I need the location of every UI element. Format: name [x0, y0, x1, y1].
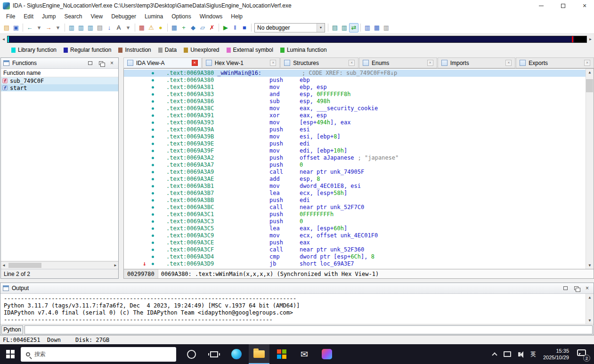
disassembly-line[interactable]: .text:0069A39Fmovedi, [ebp+10h] [124, 147, 594, 154]
tray-expand-icon[interactable] [492, 352, 497, 357]
tab-close-icon[interactable]: × [427, 60, 433, 66]
navband-left-icon[interactable]: ◄ [1, 37, 6, 41]
scrollbar-thumb[interactable] [586, 79, 593, 92]
output-panel-titlebar[interactable]: Output × [0, 283, 594, 294]
function-row[interactable]: fsub_749C0F [1, 77, 118, 84]
disassembly-line[interactable]: .text:0069A380pushebp [124, 77, 594, 84]
scroll-up-icon[interactable]: ▲ [589, 295, 591, 299]
menu-lumina[interactable]: Lumina [140, 12, 167, 21]
notification-center-icon[interactable]: 2 [576, 348, 588, 360]
disassembly-line[interactable]: .text:0069A3A2pushoffset aJapanese; "jap… [124, 154, 594, 162]
taskbar-search[interactable]: 搜索 [21, 347, 176, 362]
menu-debugger[interactable]: Debugger [107, 12, 140, 21]
calculator-icon[interactable]: ▤ [95, 23, 105, 32]
back-arrow-icon[interactable]: ← [25, 23, 34, 32]
function-row[interactable]: fstart [1, 84, 118, 91]
disassembly-line[interactable]: .text:0069A3CEpusheax [124, 239, 594, 246]
functions-column-header[interactable]: Function name [1, 69, 118, 77]
tab-exports[interactable]: Exports× [516, 57, 594, 68]
disassembly-line[interactable]: .text:0069A3C1push0FFFFFFFFh [124, 211, 594, 218]
cancel-icon[interactable]: ✗ [207, 23, 217, 32]
search-text-icon[interactable]: ▥ [86, 23, 95, 32]
maximize-button[interactable] [553, 0, 572, 11]
disassembly-view[interactable]: .text:0069A380_wWinMain@16:; CODE XREF: … [123, 68, 594, 269]
cortana-icon[interactable] [181, 344, 202, 364]
panel-close-icon[interactable]: × [108, 60, 116, 67]
menu-edit[interactable]: Edit [19, 12, 38, 21]
start-button[interactable] [0, 344, 21, 364]
search-code-icon[interactable]: ▥ [67, 23, 76, 32]
tab-structures[interactable]: Structures× [280, 57, 358, 68]
search-data-icon[interactable]: ▥ [76, 23, 86, 32]
output-log[interactable]: ----------------------------------------… [0, 294, 594, 324]
disassembly-line[interactable]: .text:0069A391xoreax, esp [124, 112, 594, 119]
tab-close-icon[interactable]: × [505, 60, 512, 66]
scroll-down-icon[interactable]: ▼ [589, 318, 591, 323]
disassembly-line[interactable]: .text:0069A380_wWinMain@16:; CODE XREF: … [124, 70, 594, 77]
panel-close-icon[interactable]: × [583, 285, 591, 292]
forward-history-icon[interactable]: ▾ [53, 23, 63, 32]
continue-process-icon[interactable]: ▶ [221, 23, 230, 32]
navband-right-icon[interactable]: ► [588, 37, 593, 41]
stop-process-icon[interactable]: ■ [240, 23, 249, 32]
output-vertical-scrollbar[interactable]: ▲ ▼ [586, 294, 594, 324]
pause-process-icon[interactable]: ‖ [230, 23, 240, 32]
tab-close-icon[interactable]: × [584, 60, 590, 66]
chevron-down-icon[interactable]: ▾ [317, 24, 325, 32]
minimize-button[interactable] [532, 0, 551, 11]
menu-search[interactable]: Search [60, 12, 86, 21]
file-explorer-icon[interactable] [249, 344, 269, 364]
display-icon[interactable] [504, 351, 511, 357]
task-view-icon[interactable] [203, 344, 224, 364]
disassembly-line[interactable]: .text:0069A381movebp, esp [124, 84, 594, 91]
close-button[interactable]: × [575, 0, 594, 11]
disassembly-line[interactable]: .text:0069A3C5leaeax, [esp+60h] [124, 225, 594, 232]
breakpoint-icon[interactable]: ● [156, 23, 165, 32]
segments-icon[interactable]: ▥ [363, 23, 372, 32]
disassembly-line[interactable]: .text:0069A3CFcallnear ptr unk_52F360 [124, 246, 594, 253]
jump-address-icon[interactable]: ↓ [105, 23, 114, 32]
open-file-icon[interactable]: ▤ [2, 23, 11, 32]
disassembly-line[interactable]: .text:0069A393mov[esp+494h], eax [124, 119, 594, 126]
tab-ida-view-a[interactable]: IDA View-A× [123, 57, 202, 68]
menu-file[interactable]: File [2, 12, 19, 21]
tab-close-icon[interactable]: × [270, 60, 276, 66]
disassembly-line[interactable]: .text:0069A3A7push0 [124, 162, 594, 169]
tab-enums[interactable]: Enums× [359, 57, 437, 68]
forward-arrow-icon[interactable]: → [44, 23, 53, 32]
disassembly-line[interactable]: .text:0069A3C3push0 [124, 218, 594, 225]
create-struct-icon[interactable]: ◆ [188, 23, 198, 32]
back-history-icon[interactable]: ▾ [34, 23, 44, 32]
scroll-right-icon[interactable]: ► [114, 263, 117, 267]
scroll-up-icon[interactable]: ▲ [589, 70, 591, 74]
text-options-dropdown-icon[interactable]: ▾ [123, 23, 133, 32]
panel-maximize-icon[interactable] [561, 285, 570, 292]
disassembly-line[interactable]: .text:0069A3D9jbshort loc_69A3E7 [124, 260, 594, 267]
debugger-select[interactable]: No debugger▾ [254, 23, 325, 32]
disassembly-line[interactable]: .text:0069A3BCcallnear ptr unk_52F7C0 [124, 204, 594, 211]
disassembly-line[interactable]: .text:0069A38Cmoveax, ___security_cookie [124, 105, 594, 112]
save-file-icon[interactable]: ▣ [11, 23, 21, 32]
disassembly-line[interactable]: .text:0069A3AEaddesp, 8 [124, 176, 594, 183]
menu-jump[interactable]: Jump [38, 12, 60, 21]
functions-panel-titlebar[interactable]: Functions × [1, 58, 118, 69]
tab-close-icon[interactable]: × [192, 60, 198, 66]
scroll-down-icon[interactable]: ▼ [589, 263, 591, 267]
panel-maximize-icon[interactable] [86, 60, 94, 67]
structures-add-icon[interactable]: ▦ [170, 23, 179, 32]
flowchart-icon[interactable]: ▦ [137, 23, 146, 32]
tab-hex-view-1[interactable]: Hex View-1× [202, 57, 280, 68]
disassembly-line[interactable]: .text:0069A39Epushedi [124, 140, 594, 147]
add-item-icon[interactable]: + [179, 23, 188, 32]
functions-horizontal-scrollbar[interactable]: ◄ ► [1, 261, 118, 269]
menu-options[interactable]: Options [167, 12, 195, 21]
edit-icon[interactable]: ▱ [198, 23, 207, 32]
disassembly-line[interactable]: .text:0069A3B1movdword_4EC01E8, esi [124, 183, 594, 190]
delete-segment-icon[interactable]: ▥ [382, 23, 391, 32]
menu-view[interactable]: View [86, 12, 107, 21]
ime-indicator[interactable]: 英 [530, 350, 536, 358]
debugger-windows-icon[interactable]: ▥ [340, 23, 349, 32]
panel-float-icon[interactable] [97, 60, 105, 67]
disassembly-line[interactable]: .text:0069A386subesp, 498h [124, 98, 594, 105]
warning-icon[interactable]: ⚠ [146, 23, 156, 32]
